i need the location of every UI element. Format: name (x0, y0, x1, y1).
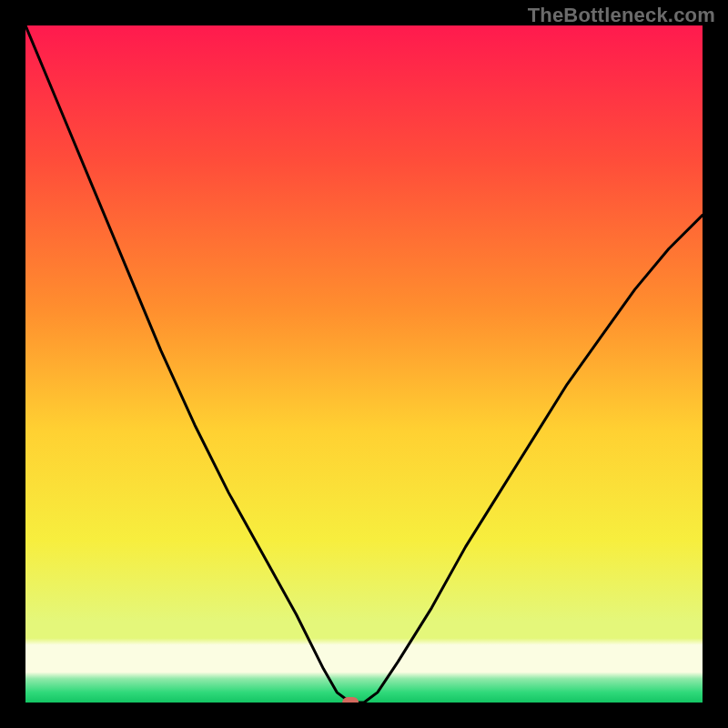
chart-svg (25, 25, 703, 703)
svg-rect-0 (25, 25, 703, 703)
watermark-text: TheBottleneck.com (528, 4, 715, 27)
plot-area (25, 25, 703, 703)
chart-container: TheBottleneck.com (0, 0, 728, 728)
